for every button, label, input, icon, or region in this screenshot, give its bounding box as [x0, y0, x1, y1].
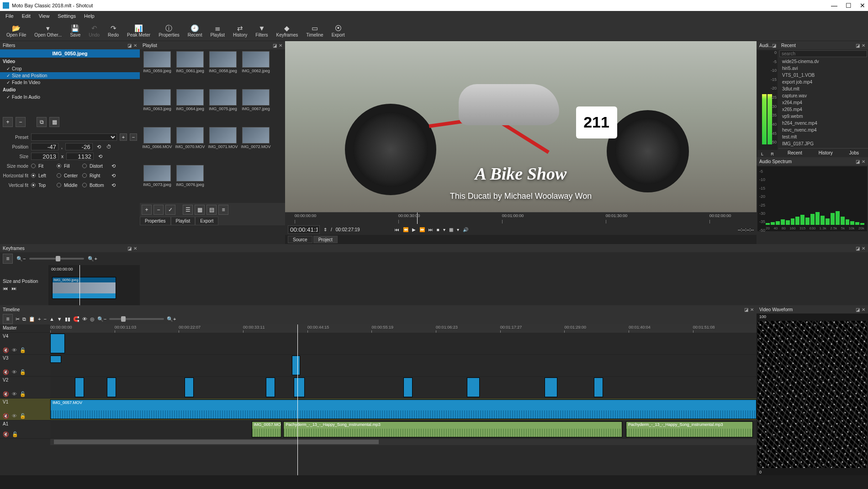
timeline-hscroll[interactable]	[50, 439, 757, 445]
kf-next-icon[interactable]: ⏭	[11, 286, 16, 291]
master-track-label[interactable]: Master	[3, 325, 48, 330]
playlist-thumb[interactable]: IMG_0064.jpeg	[175, 89, 206, 125]
track-label[interactable]: V3	[3, 356, 48, 361]
timeline-clip[interactable]: IMG_0057.MO	[252, 421, 281, 437]
preview-scrubber[interactable]: 00:00:00:0000:00:30:0000:01:00:0000:01:3…	[285, 212, 757, 224]
close-panel-icon[interactable]: ✕	[750, 307, 754, 312]
reset-icon[interactable]: ⟲	[95, 143, 103, 150]
snap-icon[interactable]: 🧲	[73, 316, 79, 322]
fast-forward-icon[interactable]: ⏩	[419, 227, 425, 232]
grid-icon[interactable]: ▦	[449, 227, 453, 232]
timeline-clip[interactable]: IMG_0057.MOV	[50, 399, 757, 419]
timeline-clip[interactable]	[594, 377, 603, 397]
playlist-thumb[interactable]: IMG_0066.MOV	[142, 127, 173, 163]
recent-button[interactable]: 🕘Recent	[184, 23, 206, 38]
playlist-thumb[interactable]: IMG_0058.jpeg	[207, 51, 238, 87]
volume-icon[interactable]: 🔊	[463, 227, 468, 232]
remove-filter-button[interactable]: −	[16, 117, 26, 127]
rewind-icon[interactable]: ⏪	[403, 227, 408, 232]
playlist-thumb[interactable]: IMG_0070.MOV	[175, 127, 206, 163]
paste-filter-button[interactable]: ▦	[49, 117, 59, 127]
undock-icon[interactable]: ◪	[856, 246, 860, 251]
mute-icon[interactable]: 🔇	[3, 431, 9, 437]
tab-export[interactable]: Export	[195, 217, 218, 225]
playlist-thumb[interactable]: IMG_0062.jpeg	[240, 51, 271, 87]
filter-item[interactable]: ✓Fade In Audio	[0, 94, 140, 101]
vfit-middle-radio[interactable]	[57, 183, 61, 187]
preset-remove-button[interactable]: −	[130, 133, 137, 141]
recent-item[interactable]: capture.wav	[778, 92, 868, 99]
playlist-thumb[interactable]: IMG_0061.jpeg	[175, 51, 206, 87]
open-other--button[interactable]: ▾Open Other...	[31, 23, 65, 38]
lock-icon[interactable]: 🔓	[12, 431, 18, 437]
mute-icon[interactable]: 🔇	[3, 391, 9, 397]
timeline-clip[interactable]	[467, 377, 480, 397]
maximize-icon[interactable]: ☐	[846, 2, 852, 9]
timeline-clip[interactable]	[545, 377, 557, 397]
playlist-button[interactable]: ≣Playlist	[206, 23, 228, 38]
menu-edit[interactable]: Edit	[18, 12, 34, 20]
tl-zoom-slider[interactable]	[109, 318, 164, 320]
vfit-top-radio[interactable]	[31, 183, 36, 187]
playlist-check-button[interactable]: ✓	[165, 205, 175, 215]
recent-item[interactable]: export job.mp4	[778, 79, 868, 85]
track-label[interactable]: V2	[3, 377, 48, 383]
append-icon[interactable]: +	[38, 316, 41, 322]
vfit-bottom-radio[interactable]	[82, 183, 87, 187]
recent-item[interactable]: x265.mp4	[778, 106, 868, 113]
tab-project[interactable]: Project	[313, 236, 338, 243]
playlist-thumb[interactable]: IMG_0072.MOV	[240, 127, 271, 163]
reset-icon[interactable]: ⟲	[110, 172, 117, 179]
playlist-thumb[interactable]: IMG_0075.jpeg	[207, 89, 238, 125]
menu-view[interactable]: View	[35, 12, 53, 20]
kf-prev-icon[interactable]: ⏮	[3, 286, 8, 291]
undock-icon[interactable]: ◪	[856, 307, 860, 312]
undock-icon[interactable]: ◪	[744, 307, 748, 312]
position-y-input[interactable]	[65, 143, 93, 150]
dropdown-icon[interactable]: ▾	[457, 227, 459, 232]
mute-icon[interactable]: 🔇	[3, 347, 9, 353]
split-icon[interactable]: ▮▮	[65, 316, 70, 322]
lock-icon[interactable]: 🔓	[20, 391, 26, 397]
track-label[interactable]: A1	[3, 421, 48, 426]
keyframe-icon[interactable]: ⏱	[106, 143, 113, 150]
menu-help[interactable]: Help	[80, 12, 98, 20]
cut-icon[interactable]: ✂	[16, 316, 20, 322]
undock-icon[interactable]: ◪	[772, 43, 776, 48]
timeline-clip[interactable]	[50, 334, 65, 353]
peak-meter-button[interactable]: 📊Peak Meter	[123, 23, 154, 38]
recent-item[interactable]: 3dlut.mlt	[778, 85, 868, 92]
tab-playlist[interactable]: Playlist	[171, 217, 196, 225]
timeline-clip[interactable]: Pachyderm_-_13_-_Happy_Song_instrumental…	[283, 421, 622, 437]
paste-icon[interactable]: 📋	[29, 316, 35, 322]
position-x-input[interactable]	[31, 143, 58, 150]
export-button[interactable]: ⦿Export	[328, 23, 349, 38]
undo-button[interactable]: ↶Undo	[85, 23, 103, 38]
zoom-in-icon[interactable]: 🔍+	[88, 256, 97, 262]
redo-button[interactable]: ↷Redo	[104, 23, 122, 38]
timeline-clip[interactable]	[294, 377, 305, 397]
playlist-thumb[interactable]: IMG_0073.jpeg	[142, 165, 173, 201]
preview-viewport[interactable]: 211 A Bike Show This Ducati by Michael W…	[285, 41, 757, 212]
copy-icon[interactable]: ⧉	[22, 316, 26, 322]
overwrite-icon[interactable]: ▼	[57, 316, 62, 322]
dropdown-icon[interactable]: ▾	[443, 227, 445, 232]
playlist-thumb[interactable]: IMG_0071.MOV	[207, 127, 238, 163]
timeline-clip[interactable]	[292, 356, 300, 375]
recent-item[interactable]: IMG_0187.JPG	[778, 140, 868, 147]
menu-settings[interactable]: Settings	[54, 12, 79, 20]
recent-item[interactable]: VTS_01_1.VOB	[778, 72, 868, 79]
close-panel-icon[interactable]: ✕	[133, 246, 137, 251]
recent-item[interactable]: test.mlt	[778, 133, 868, 140]
undock-icon[interactable]: ◪	[273, 43, 277, 48]
reset-icon[interactable]: ⟲	[110, 181, 117, 189]
hfit-center-radio[interactable]	[57, 173, 61, 178]
hfit-left-radio[interactable]	[31, 173, 36, 178]
hide-icon[interactable]: 👁	[12, 391, 17, 397]
timeline-clip[interactable]	[107, 377, 116, 397]
mute-icon[interactable]: 🔇	[3, 413, 9, 419]
playlist-list-view-button[interactable]: ☰	[183, 205, 193, 215]
kf-zoom-slider[interactable]	[29, 258, 84, 260]
save-button[interactable]: 💾Save	[66, 23, 84, 38]
playlist-thumb[interactable]: IMG_0059.jpeg	[142, 51, 173, 87]
